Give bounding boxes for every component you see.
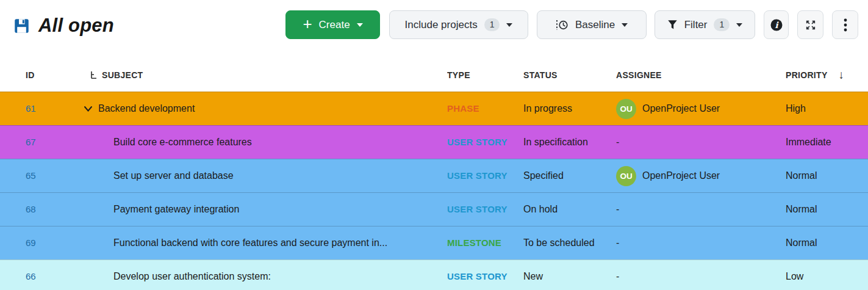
table-row[interactable]: 61 Backend development PHASE In progress…: [0, 92, 868, 125]
create-button[interactable]: + Create: [285, 10, 380, 39]
priority-cell[interactable]: Low: [786, 271, 868, 282]
assignee-name: OpenProject User: [642, 170, 720, 181]
assignee-cell[interactable]: -: [616, 271, 786, 282]
avatar: OU: [616, 99, 636, 119]
work-package-id-link[interactable]: 67: [26, 137, 36, 147]
kebab-menu-button[interactable]: [832, 10, 858, 39]
kebab-menu-icon: [844, 18, 847, 32]
status-cell[interactable]: In progress: [523, 103, 616, 114]
status-cell[interactable]: New: [523, 271, 616, 282]
include-projects-count-badge: 1: [484, 18, 500, 31]
priority-cell[interactable]: High: [786, 103, 868, 114]
subject-text[interactable]: Payment gateway integration: [81, 204, 239, 215]
subject-text[interactable]: Backend development: [98, 103, 195, 114]
column-header-assignee[interactable]: ASSIGNEE: [616, 70, 786, 80]
sort-descending-icon: ↓: [839, 68, 845, 82]
priority-cell[interactable]: Normal: [786, 204, 868, 215]
assignee-cell[interactable]: OU OpenProject User: [616, 99, 786, 119]
page-title: All open: [38, 15, 114, 37]
priority-cell[interactable]: Immediate: [786, 137, 868, 148]
include-projects-label: Include projects: [405, 19, 478, 31]
work-package-id-link[interactable]: 68: [26, 204, 36, 214]
plus-icon: +: [303, 16, 312, 32]
subject-text[interactable]: Functional backend with core features an…: [81, 237, 387, 248]
chevron-down-icon: [506, 23, 512, 27]
chevron-down-icon: [736, 23, 742, 27]
assignee-cell[interactable]: -: [616, 137, 786, 148]
table-header-row: ID SUBJECT TYPE STATUS ASSIGNEE PRIORITY…: [0, 58, 868, 92]
assignee-cell[interactable]: -: [616, 204, 786, 215]
type-label[interactable]: USER STORY: [447, 170, 508, 181]
status-cell[interactable]: Specified: [523, 170, 616, 181]
type-label[interactable]: MILESTONE: [447, 237, 501, 248]
assignee-name: OpenProject User: [642, 103, 720, 114]
work-package-id-link[interactable]: 66: [26, 271, 36, 281]
subject-text[interactable]: Build core e-commerce features: [81, 137, 252, 148]
avatar: OU: [616, 166, 636, 186]
assignee-cell[interactable]: -: [616, 237, 786, 248]
baseline-label: Baseline: [575, 19, 615, 31]
save-view-icon[interactable]: [13, 18, 30, 34]
chevron-down-icon: [357, 23, 363, 27]
filter-count-badge: 1: [714, 18, 730, 31]
table-row[interactable]: 67 Build core e-commerce features USER S…: [0, 125, 868, 159]
collapse-chevron-icon[interactable]: [84, 106, 93, 112]
work-package-id-link[interactable]: 69: [26, 237, 36, 248]
column-header-priority[interactable]: PRIORITY ↓: [786, 68, 868, 82]
column-header-id[interactable]: ID: [0, 70, 81, 80]
subject-text[interactable]: Develop user authentication system:: [81, 271, 271, 282]
filter-button[interactable]: Filter 1: [655, 10, 755, 39]
column-header-status[interactable]: STATUS: [523, 70, 616, 80]
assignee-cell[interactable]: OU OpenProject User: [616, 166, 786, 186]
subject-text[interactable]: Set up server and database: [81, 170, 234, 181]
status-cell[interactable]: On hold: [523, 204, 616, 215]
baseline-button[interactable]: Baseline: [537, 10, 647, 39]
hierarchy-icon: [90, 71, 98, 79]
filter-funnel-icon: [667, 20, 678, 30]
header-toolbar: All open + Create Include projects 1 Bas…: [0, 0, 868, 58]
status-cell[interactable]: In specification: [523, 137, 616, 148]
type-label[interactable]: USER STORY: [447, 204, 508, 214]
status-cell[interactable]: To be scheduled: [523, 237, 616, 248]
table-row[interactable]: 66 Develop user authentication system: U…: [0, 259, 868, 290]
table-row[interactable]: 68 Payment gateway integration USER STOR…: [0, 192, 868, 226]
info-button[interactable]: i: [764, 10, 789, 39]
table-row[interactable]: 65 Set up server and database USER STORY…: [0, 159, 868, 192]
filter-label: Filter: [684, 19, 708, 31]
column-header-type[interactable]: TYPE: [447, 70, 523, 80]
baseline-clock-icon: [556, 20, 569, 31]
include-projects-button[interactable]: Include projects 1: [389, 10, 528, 39]
column-header-subject[interactable]: SUBJECT: [81, 70, 143, 80]
type-label[interactable]: USER STORY: [447, 271, 508, 281]
chevron-down-icon: [622, 23, 628, 27]
fullscreen-icon: [805, 20, 816, 31]
work-package-id-link[interactable]: 65: [26, 170, 36, 181]
priority-cell[interactable]: Normal: [786, 237, 868, 248]
create-button-label: Create: [319, 19, 350, 31]
work-package-id-link[interactable]: 61: [26, 103, 36, 114]
type-label[interactable]: USER STORY: [447, 137, 508, 147]
table-row[interactable]: 69 Functional backend with core features…: [0, 226, 868, 259]
type-label[interactable]: PHASE: [447, 103, 479, 114]
fullscreen-button[interactable]: [797, 10, 823, 39]
priority-cell[interactable]: Normal: [786, 170, 868, 181]
